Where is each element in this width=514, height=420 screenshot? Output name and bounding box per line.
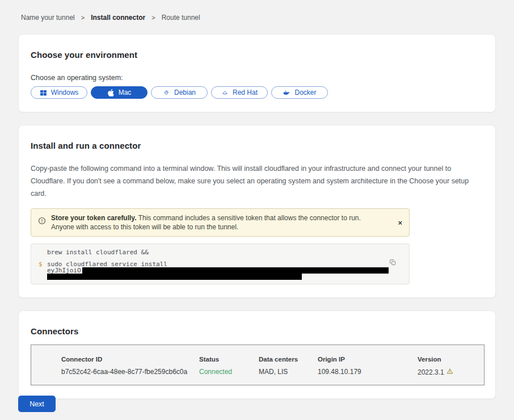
os-button-label: Mac — [119, 89, 132, 96]
breadcrumb-step-route-tunnel[interactable]: Route tunnel — [162, 14, 200, 22]
os-button-label: Docker — [294, 89, 316, 96]
os-button-mac[interactable]: Mac — [91, 86, 148, 99]
os-button-docker[interactable]: Docker — [271, 86, 328, 99]
shell-prompt: $ — [39, 261, 43, 267]
os-button-redhat[interactable]: Red Hat — [211, 86, 268, 99]
os-button-label: Red Hat — [233, 89, 258, 96]
copy-icon[interactable] — [389, 259, 397, 266]
code-line-token: eyJhIjoiO — [47, 267, 409, 274]
table-header-row: Connector ID Status Data centers Origin … — [61, 356, 484, 363]
install-description: Copy-paste the following command into a … — [31, 162, 483, 200]
connectors-table: Connector ID Status Data centers Origin … — [31, 345, 484, 385]
code-line-sudo: sudo cloudflared service install — [47, 261, 409, 267]
card-title: Choose your environment — [31, 50, 483, 60]
docker-icon — [283, 89, 290, 96]
close-icon[interactable]: × — [398, 219, 402, 226]
token-warning-banner: Store your token carefully. This command… — [31, 208, 410, 237]
code-command: $ sudo cloudflared service install eyJhI… — [47, 261, 409, 280]
os-button-label: Windows — [51, 89, 79, 96]
version-value: 2022.3.1 — [418, 368, 484, 376]
next-button[interactable]: Next — [18, 396, 56, 412]
os-select-label: Choose an operating system: — [31, 74, 483, 82]
choose-environment-card: Choose your environment Choose an operat… — [18, 34, 496, 112]
install-connector-card: Install and run a connector Copy-paste t… — [18, 125, 496, 298]
info-circle-icon — [38, 217, 46, 225]
card-title: Connectors — [31, 326, 483, 336]
os-button-windows[interactable]: Windows — [31, 86, 87, 99]
apple-icon — [107, 89, 115, 96]
breadcrumb-separator: > — [151, 14, 155, 21]
version-warning-icon[interactable] — [446, 368, 453, 376]
token-warning-text: Store your token carefully. This command… — [51, 213, 401, 232]
connector-id-value: b7c52c42-6caa-48ee-8c77-fbe259cb6c0a — [61, 368, 199, 376]
status-badge: Connected — [199, 368, 259, 376]
column-header-origin-ip: Origin IP — [318, 356, 418, 363]
redacted-token-bar-2 — [47, 274, 302, 280]
install-command-code-block: brew install cloudflared && $ sudo cloud… — [31, 243, 410, 284]
column-header-data-centers: Data centers — [259, 356, 318, 363]
debian-icon — [163, 89, 170, 96]
code-line-token-2 — [47, 274, 409, 280]
tunnel-setup-page: Name your tunnel > Install connector > R… — [0, 0, 514, 420]
card-title: Install and run a connector — [31, 141, 483, 150]
column-header-status: Status — [199, 356, 259, 363]
table-row: b7c52c42-6caa-48ee-8c77-fbe259cb6c0a Con… — [61, 368, 484, 376]
column-header-version: Version — [418, 356, 484, 363]
breadcrumb-step-install-connector[interactable]: Install connector — [91, 14, 145, 22]
os-button-debian[interactable]: Debian — [151, 86, 208, 99]
version-number: 2022.3.1 — [418, 368, 444, 376]
breadcrumb: Name your tunnel > Install connector > R… — [0, 0, 514, 22]
redacted-token-bar — [82, 267, 389, 274]
connectors-card: Connectors Connector ID Status Data cent… — [18, 310, 496, 399]
code-line-brew: brew install cloudflared && — [47, 249, 409, 255]
os-button-group: Windows Mac Debian — [31, 86, 483, 99]
redhat-icon — [221, 89, 229, 96]
column-header-connector-id: Connector ID — [61, 356, 199, 363]
data-centers-value: MAD, LIS — [259, 368, 318, 376]
token-warning-title: Store your token carefully. — [51, 214, 137, 222]
breadcrumb-step-name-tunnel[interactable]: Name your tunnel — [21, 14, 75, 22]
origin-ip-value: 109.48.10.179 — [318, 368, 418, 376]
windows-icon — [40, 89, 47, 96]
breadcrumb-separator: > — [81, 14, 85, 21]
os-button-label: Debian — [174, 89, 196, 96]
